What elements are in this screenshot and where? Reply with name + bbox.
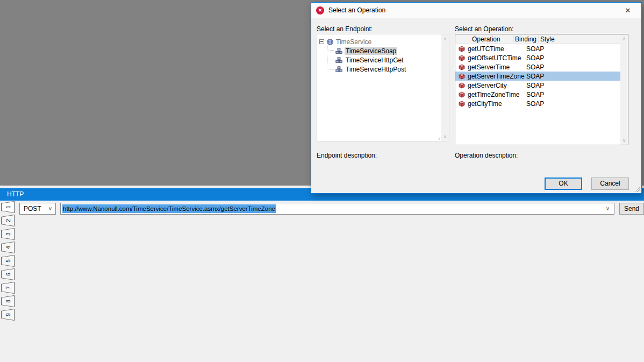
scroll-down-icon[interactable]: ∨ [441,133,449,140]
request-slot-tab-6[interactable]: 6 [1,268,15,280]
column-binding: Binding [514,36,539,43]
operation-row-getutctime[interactable]: getUTCTimeSOAP [455,44,620,53]
http-request-slot-tabs: 1 2 3 4 5 6 7 8 9 [1,201,16,322]
url-selected-text: http://www.Nanonull.com/TimeService/Time… [62,204,276,213]
operation-icon [459,64,465,70]
binding-icon [335,57,342,63]
select-operation-dialog: ✕ Select an Operation ✕ Select an Endpoi… [311,2,642,194]
operation-row-getcitytime[interactable]: getCityTimeSOAP [455,99,620,108]
request-slot-tab-4[interactable]: 4 [1,242,15,253]
tree-collapse-icon[interactable] [319,39,324,44]
operation-list: Operation Binding Style getUTCTimeSOAP g… [455,34,628,145]
resize-grip-icon[interactable] [633,185,640,192]
request-slot-tab-1[interactable]: 1 [1,201,15,213]
operation-list-header: Operation Binding Style [455,34,620,44]
xmlspy-app-icon: ✕ [316,6,324,15]
operation-description-label: Operation description: [455,152,518,159]
chevron-down-icon: ∨ [48,203,52,214]
scroll-up-icon[interactable]: ∧ [441,35,449,42]
binding-icon [335,48,342,54]
column-style: Style [539,36,555,43]
scroll-right-icon[interactable]: › [438,135,440,141]
tree-node-timeservicesoap[interactable]: TimeServiceSoap [323,46,449,55]
operation-list-scrollbar[interactable]: ∧ ∨ [620,34,628,145]
app-window: { "colors": { "titlebar_blue": "#0e7fd9"… [0,0,644,362]
tree-node-timeservicehttpget[interactable]: TimeServiceHttpGet [323,55,449,65]
operation-icon [459,82,465,89]
operation-row-getoffsetutctime[interactable]: getOffsetUTCTimeSOAP [455,53,620,62]
request-slot-tab-2[interactable]: 2 [1,215,15,226]
operation-icon [459,73,465,80]
chevron-down-icon: ∨ [606,203,610,214]
tree-node-timeservicehttppost[interactable]: TimeServiceHttpPost [323,65,449,74]
request-slot-tab-8[interactable]: 8 [1,295,15,307]
close-icon[interactable]: ✕ [619,6,636,15]
operation-icon [459,91,465,98]
scroll-down-icon[interactable]: ∨ [620,137,628,144]
operation-icon [459,46,465,52]
request-slot-tab-9[interactable]: 9 [1,309,15,321]
operation-row-gettimezonetime[interactable]: getTimeZoneTimeSOAP [455,90,620,99]
tree-children: TimeServiceSoap TimeServiceHttpGet TimeS… [323,46,449,74]
tree-node-timeservice[interactable]: TimeService [317,37,449,46]
column-operation: Operation [455,36,514,43]
http-output-window: HTTP 1 2 3 4 5 6 7 8 9 POST ∨ http://www… [0,186,644,362]
cancel-button[interactable]: Cancel [591,178,629,190]
binding-icon [335,66,342,73]
ok-button[interactable]: OK [545,178,582,190]
tree-scrollbar[interactable]: ∧ ∨ [441,34,449,141]
webservice-icon [326,38,334,46]
request-slot-tab-7[interactable]: 7 [1,282,15,294]
request-slot-tab-3[interactable]: 3 [1,228,15,240]
operation-row-getservertimezone[interactable]: getServerTimeZoneSOAP [455,72,620,81]
dialog-title: Select an Operation [328,6,385,14]
http-method-select[interactable]: POST ∨ [19,203,56,215]
scroll-up-icon[interactable]: ∧ [620,35,628,42]
operation-section-label: Select an Operation: [455,25,513,33]
dialog-titlebar[interactable]: ✕ Select an Operation ✕ [311,3,641,18]
operation-icon [459,101,465,107]
request-slot-tab-5[interactable]: 5 [1,255,15,267]
operation-icon [459,55,465,61]
operation-row-getservertime[interactable]: getServerTimeSOAP [455,62,620,72]
send-button[interactable]: Send [619,203,644,215]
url-input[interactable]: http://www.Nanonull.com/TimeService/Time… [60,203,614,215]
endpoint-description-label: Endpoint description: [317,152,377,159]
endpoint-tree: TimeService TimeServiceSoap TimeServiceH… [317,34,449,141]
endpoint-section-label: Select an Endpoint: [317,25,373,33]
operation-row-getservercity[interactable]: getServerCitySOAP [455,81,620,90]
